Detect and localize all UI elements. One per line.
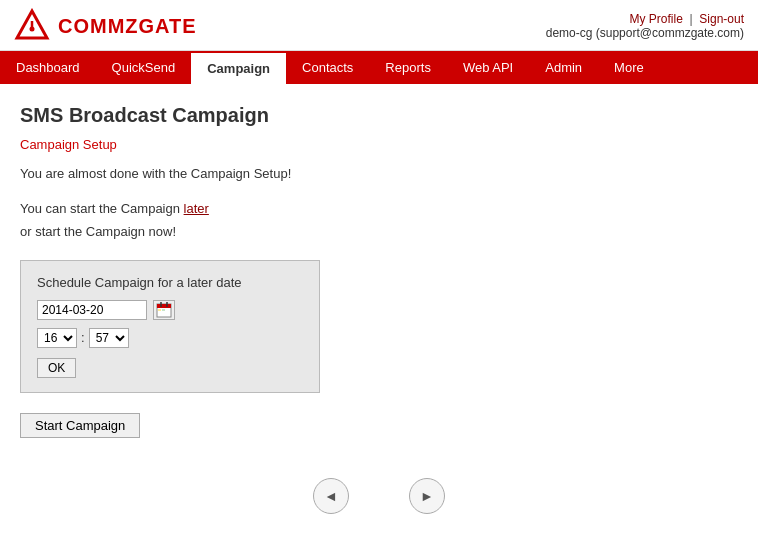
logo-area: COMMZGATE (14, 8, 197, 44)
user-info: demo-cg (support@commzgate.com) (546, 26, 744, 40)
header: COMMZGATE My Profile | Sign-out demo-cg … (0, 0, 758, 51)
ok-button[interactable]: OK (37, 358, 76, 378)
page-title: SMS Broadcast Campaign (20, 104, 738, 127)
section-title: Campaign Setup (20, 137, 738, 152)
almost-done-text: You are almost done with the Campaign Se… (20, 166, 738, 181)
nav-dashboard[interactable]: Dashboard (0, 51, 96, 84)
svg-rect-10 (158, 312, 161, 314)
schedule-box: Schedule Campaign for a later date (20, 260, 320, 393)
back-arrow-button[interactable]: ◄ (313, 478, 349, 514)
signout-link[interactable]: Sign-out (699, 12, 744, 26)
date-row (37, 300, 303, 320)
calendar-icon-button[interactable] (153, 300, 175, 320)
svg-rect-7 (158, 309, 161, 311)
later-link[interactable]: later (184, 201, 209, 216)
nav-webapi[interactable]: Web API (447, 51, 529, 84)
date-input[interactable] (37, 300, 147, 320)
nav-contacts[interactable]: Contacts (286, 51, 369, 84)
svg-rect-8 (162, 309, 165, 311)
start-campaign-button[interactable]: Start Campaign (20, 413, 140, 438)
nav-reports[interactable]: Reports (369, 51, 447, 84)
nav-admin[interactable]: Admin (529, 51, 598, 84)
nav-bar: Dashboard QuickSend Campaign Contacts Re… (0, 51, 758, 84)
user-links: My Profile | Sign-out (546, 12, 744, 26)
schedule-title: Schedule Campaign for a later date (37, 275, 303, 290)
nav-campaign[interactable]: Campaign (191, 51, 286, 84)
time-colon: : (81, 330, 85, 345)
svg-rect-4 (157, 304, 171, 308)
start-now-text: or start the Campaign now! (20, 224, 176, 239)
my-profile-link[interactable]: My Profile (630, 12, 683, 26)
svg-rect-9 (166, 309, 169, 311)
hour-select[interactable]: 16 012 345 678 91011 121314 151718 19202… (37, 328, 77, 348)
nav-quicksend[interactable]: QuickSend (96, 51, 192, 84)
start-text: You can start the Campaign later or star… (20, 197, 738, 244)
forward-arrow-button[interactable]: ► (409, 478, 445, 514)
nav-more[interactable]: More (598, 51, 660, 84)
logo-text: COMMZGATE (58, 15, 197, 38)
start-later-prefix: You can start the Campaign (20, 201, 184, 216)
main-content: SMS Broadcast Campaign Campaign Setup Yo… (0, 84, 758, 542)
navigation-arrows: ◄ ► (20, 468, 738, 534)
svg-rect-12 (166, 312, 169, 314)
minute-select[interactable]: 57 000510 152025 303540 455055 (89, 328, 129, 348)
user-area: My Profile | Sign-out demo-cg (support@c… (546, 12, 744, 40)
logo-icon (14, 8, 50, 44)
calendar-icon (156, 302, 172, 318)
svg-rect-11 (162, 312, 165, 314)
svg-point-1 (30, 27, 35, 32)
time-row: 16 012 345 678 91011 121314 151718 19202… (37, 328, 303, 348)
